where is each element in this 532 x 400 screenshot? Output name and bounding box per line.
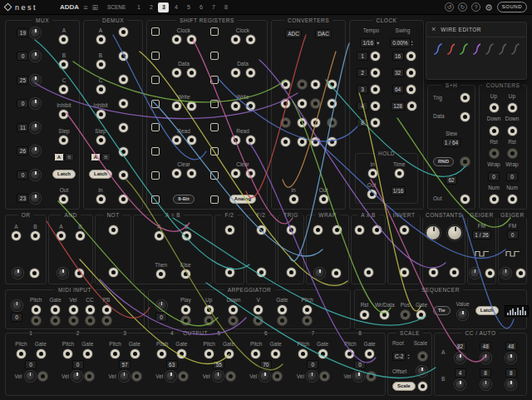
jack[interactable] xyxy=(380,310,389,319)
jack[interactable] xyxy=(109,268,118,277)
scene-button[interactable]: 1 xyxy=(133,2,144,12)
register-mode-button[interactable]: 8-Bit xyxy=(173,195,194,204)
jack[interactable] xyxy=(51,305,60,314)
cc-value[interactable]: 48 xyxy=(480,342,491,351)
jack[interactable] xyxy=(59,35,68,44)
cc-knob[interactable] xyxy=(480,379,491,390)
cc-knob[interactable] xyxy=(505,379,516,390)
jack[interactable] xyxy=(400,268,409,277)
cc-knob[interactable] xyxy=(505,353,516,363)
scene-button[interactable]: 6 xyxy=(195,2,206,12)
jack[interactable] xyxy=(406,85,416,94)
jack[interactable] xyxy=(303,305,312,314)
mux-input-knob[interactable] xyxy=(30,170,41,180)
jack[interactable] xyxy=(102,305,111,314)
jack[interactable] xyxy=(96,85,106,94)
jack[interactable] xyxy=(157,349,166,358)
slew-value[interactable]: 1 / 64 xyxy=(442,138,461,147)
jack[interactable] xyxy=(461,195,470,204)
cc-value[interactable]: 48 xyxy=(505,342,517,351)
scene-button[interactable]: 3 xyxy=(158,2,169,12)
demux-ab-toggle[interactable]: A B xyxy=(91,153,110,161)
jack[interactable] xyxy=(418,352,427,361)
jack[interactable] xyxy=(76,231,85,240)
jack[interactable] xyxy=(246,68,255,77)
or-knob[interactable] xyxy=(12,268,23,279)
jack[interactable] xyxy=(30,269,39,278)
jack[interactable] xyxy=(119,75,128,84)
jack[interactable] xyxy=(172,35,181,44)
jack[interactable] xyxy=(96,136,106,145)
jack[interactable] xyxy=(102,316,111,325)
jack[interactable] xyxy=(450,268,459,277)
jack[interactable] xyxy=(204,305,214,314)
jack[interactable] xyxy=(257,268,266,277)
jack[interactable] xyxy=(508,195,517,204)
register-mode-button[interactable]: Analog xyxy=(229,195,256,204)
jack[interactable] xyxy=(278,305,287,314)
jack[interactable] xyxy=(63,349,72,358)
jack[interactable] xyxy=(109,225,118,235)
wrap-value[interactable]: 0 xyxy=(488,172,500,181)
jack[interactable] xyxy=(187,68,196,77)
jack[interactable] xyxy=(360,310,369,319)
jack[interactable] xyxy=(429,268,438,277)
jack[interactable] xyxy=(490,149,499,158)
jack[interactable] xyxy=(31,231,40,240)
jack[interactable] xyxy=(75,269,84,278)
vel-knob[interactable] xyxy=(119,371,130,382)
jack[interactable] xyxy=(254,305,263,314)
jack[interactable] xyxy=(229,316,238,325)
mux-input-knob[interactable] xyxy=(30,193,41,204)
mux-input-knob[interactable] xyxy=(30,51,41,62)
jack[interactable] xyxy=(172,169,181,178)
jack[interactable] xyxy=(298,99,307,108)
scene-button[interactable]: 5 xyxy=(183,2,194,12)
geiger-knob[interactable] xyxy=(500,268,511,279)
jack[interactable] xyxy=(85,372,94,381)
scene-button[interactable]: 2 xyxy=(145,2,156,12)
jack[interactable] xyxy=(187,169,196,178)
demux-latch-button[interactable]: Latch xyxy=(89,170,112,179)
hold-time-value[interactable]: 1/16 xyxy=(391,186,406,195)
sound-button[interactable]: SOUND xyxy=(497,2,527,12)
undo-icon[interactable]: ↺ xyxy=(445,2,454,12)
rnd-button[interactable]: RND xyxy=(433,157,454,166)
jack[interactable] xyxy=(229,305,238,314)
grid-icon[interactable]: ⊞ xyxy=(91,2,98,12)
jack[interactable] xyxy=(298,137,307,146)
jack[interactable] xyxy=(371,85,380,94)
mux-ab-b[interactable]: B xyxy=(65,153,74,161)
tempo-select[interactable]: 1/16 ▾ xyxy=(360,38,379,47)
jack[interactable] xyxy=(461,93,470,102)
channel-value[interactable]: 0 xyxy=(72,360,84,369)
jack[interactable] xyxy=(181,269,190,279)
jack[interactable] xyxy=(508,103,517,112)
jack[interactable] xyxy=(96,195,106,204)
channel-value[interactable]: 0 xyxy=(354,360,366,369)
jack[interactable] xyxy=(289,195,298,204)
jack[interactable] xyxy=(485,269,495,278)
jack[interactable] xyxy=(298,118,307,127)
jack[interactable] xyxy=(224,349,234,358)
jack[interactable] xyxy=(57,231,66,240)
jack[interactable] xyxy=(182,231,191,240)
jack[interactable] xyxy=(187,35,196,44)
jack[interactable] xyxy=(246,35,255,44)
jack[interactable] xyxy=(508,149,517,158)
jack[interactable] xyxy=(119,99,128,108)
jack[interactable] xyxy=(59,85,68,94)
jack[interactable] xyxy=(119,170,128,180)
wire-style-icon[interactable] xyxy=(510,42,520,56)
jack[interactable] xyxy=(119,52,128,61)
constant-knob-1[interactable] xyxy=(426,225,441,240)
jack[interactable] xyxy=(508,126,517,136)
jack[interactable] xyxy=(231,35,240,44)
redo-icon[interactable]: ↻ xyxy=(458,2,467,12)
list-icon[interactable]: ≡ xyxy=(83,2,87,12)
jack[interactable] xyxy=(181,316,190,325)
jack[interactable] xyxy=(371,52,380,61)
value-knob[interactable] xyxy=(457,309,468,320)
jack[interactable] xyxy=(59,110,68,119)
channel-value[interactable]: 70 xyxy=(260,360,272,369)
